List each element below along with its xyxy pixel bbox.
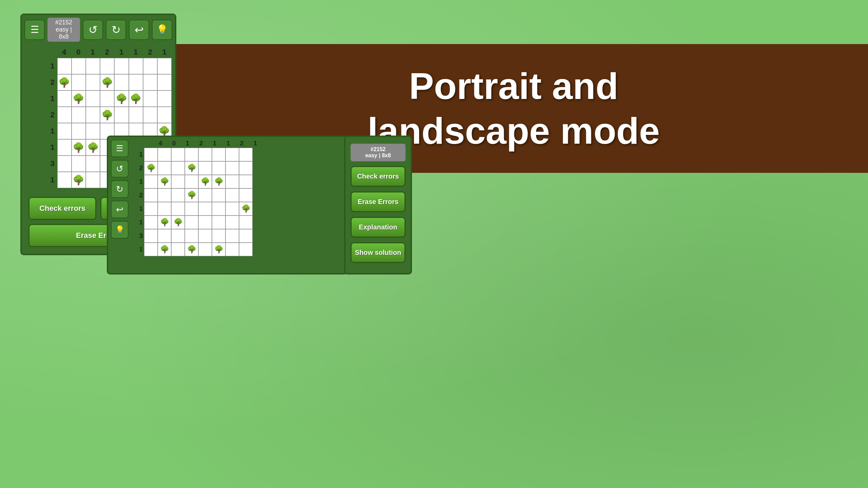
cell-7-1[interactable]: [57, 156, 72, 172]
lcell-8-1[interactable]: [144, 243, 158, 256]
lcell-6-2[interactable]: 🌳: [158, 216, 171, 229]
lcell-5-2[interactable]: [158, 202, 171, 216]
lcell-1-2[interactable]: [158, 148, 171, 161]
lcell-7-8[interactable]: [239, 229, 253, 243]
lcell-5-8[interactable]: 🌳: [239, 202, 253, 216]
lcell-2-7[interactable]: [225, 161, 239, 175]
cell-3-1[interactable]: [57, 90, 72, 107]
cell-3-8[interactable]: [157, 90, 172, 107]
cell-7-2[interactable]: [72, 156, 86, 172]
cell-8-3[interactable]: [86, 172, 100, 188]
cell-2-1[interactable]: 🌳: [57, 74, 72, 90]
lcell-3-8[interactable]: [239, 175, 253, 188]
lcell-8-4[interactable]: 🌳: [185, 243, 198, 256]
lcell-6-3[interactable]: 🌳: [171, 216, 185, 229]
lcell-6-8[interactable]: [239, 216, 253, 229]
cell-3-4[interactable]: [100, 90, 114, 107]
cell-1-4[interactable]: [100, 58, 114, 74]
cell-4-2[interactable]: [72, 107, 86, 123]
cell-3-3[interactable]: [86, 90, 100, 107]
cell-1-8[interactable]: [157, 58, 172, 74]
lcell-2-8[interactable]: [239, 161, 253, 175]
lcell-7-1[interactable]: [144, 229, 158, 243]
lcell-1-5[interactable]: [198, 148, 212, 161]
lcell-5-7[interactable]: [225, 202, 239, 216]
lcell-2-6[interactable]: [212, 161, 225, 175]
lcell-7-6[interactable]: [212, 229, 225, 243]
cell-2-3[interactable]: [86, 74, 100, 90]
lcell-3-2[interactable]: 🌳: [158, 175, 171, 188]
cell-3-2[interactable]: 🌳: [72, 90, 86, 107]
lcell-5-5[interactable]: [198, 202, 212, 216]
lcell-2-5[interactable]: [198, 161, 212, 175]
cell-3-6[interactable]: 🌳: [129, 90, 143, 107]
cell-2-4[interactable]: 🌳: [100, 74, 114, 90]
lcell-7-5[interactable]: [198, 229, 212, 243]
lcell-3-1[interactable]: [144, 175, 158, 188]
cell-4-8[interactable]: [157, 107, 172, 123]
lcell-8-2[interactable]: 🌳: [158, 243, 171, 256]
lcell-1-4[interactable]: [185, 148, 198, 161]
cell-7-3[interactable]: [86, 156, 100, 172]
lcell-1-3[interactable]: [171, 148, 185, 161]
lcell-3-3[interactable]: [171, 175, 185, 188]
cell-2-2[interactable]: [72, 74, 86, 90]
cell-1-7[interactable]: [143, 58, 157, 74]
cell-2-8[interactable]: [157, 74, 172, 90]
menu-button[interactable]: ☰: [24, 20, 45, 40]
landscape-explanation-button[interactable]: Explanation: [351, 217, 406, 238]
lcell-6-6[interactable]: [212, 216, 225, 229]
cell-4-3[interactable]: [86, 107, 100, 123]
redo-button[interactable]: ↻: [106, 20, 126, 40]
lcell-8-5[interactable]: [198, 243, 212, 256]
cell-4-1[interactable]: [57, 107, 72, 123]
landscape-erase-errors-button[interactable]: Erase Errors: [351, 191, 406, 212]
cell-4-6[interactable]: [129, 107, 143, 123]
land-hint-button[interactable]: 💡: [111, 221, 129, 239]
cell-5-2[interactable]: [72, 123, 86, 139]
lcell-4-2[interactable]: [158, 188, 171, 202]
cell-6-2[interactable]: 🌳: [72, 139, 86, 156]
lcell-5-6[interactable]: [212, 202, 225, 216]
cell-6-1[interactable]: [57, 139, 72, 156]
lcell-5-4[interactable]: [185, 202, 198, 216]
lcell-5-3[interactable]: [171, 202, 185, 216]
lcell-7-2[interactable]: [158, 229, 171, 243]
cell-6-3[interactable]: 🌳: [86, 139, 100, 156]
cell-2-7[interactable]: [143, 74, 157, 90]
landscape-check-errors-button[interactable]: Check errors: [351, 166, 406, 187]
lcell-6-7[interactable]: [225, 216, 239, 229]
cell-1-2[interactable]: [72, 58, 86, 74]
refresh-button[interactable]: ↺: [83, 20, 103, 40]
cell-4-4[interactable]: 🌳: [100, 107, 114, 123]
landscape-show-solution-button[interactable]: Show solution: [351, 242, 406, 263]
land-redo-button[interactable]: ↻: [111, 180, 129, 198]
lcell-3-5[interactable]: 🌳: [198, 175, 212, 188]
lcell-2-4[interactable]: 🌳: [185, 161, 198, 175]
lcell-6-1[interactable]: [144, 216, 158, 229]
lcell-7-7[interactable]: [225, 229, 239, 243]
lcell-6-4[interactable]: [185, 216, 198, 229]
lcell-4-8[interactable]: [239, 188, 253, 202]
cell-1-6[interactable]: [129, 58, 143, 74]
cell-3-7[interactable]: [143, 90, 157, 107]
cell-5-1[interactable]: [57, 123, 72, 139]
cell-8-2[interactable]: 🌳: [72, 172, 86, 188]
lcell-1-1[interactable]: [144, 148, 158, 161]
cell-3-5[interactable]: 🌳: [114, 90, 129, 107]
land-refresh-button[interactable]: ↺: [111, 160, 129, 178]
lcell-3-7[interactable]: [225, 175, 239, 188]
cell-2-5[interactable]: [114, 74, 129, 90]
lcell-2-3[interactable]: [171, 161, 185, 175]
cell-1-5[interactable]: [114, 58, 129, 74]
lcell-4-5[interactable]: [198, 188, 212, 202]
lcell-6-5[interactable]: [198, 216, 212, 229]
lcell-4-4[interactable]: 🌳: [185, 188, 198, 202]
hint-button[interactable]: 💡: [152, 20, 172, 40]
lcell-7-3[interactable]: [171, 229, 185, 243]
lcell-8-8[interactable]: [239, 243, 253, 256]
lcell-7-4[interactable]: [185, 229, 198, 243]
lcell-4-7[interactable]: [225, 188, 239, 202]
cell-8-1[interactable]: [57, 172, 72, 188]
cell-4-7[interactable]: [143, 107, 157, 123]
